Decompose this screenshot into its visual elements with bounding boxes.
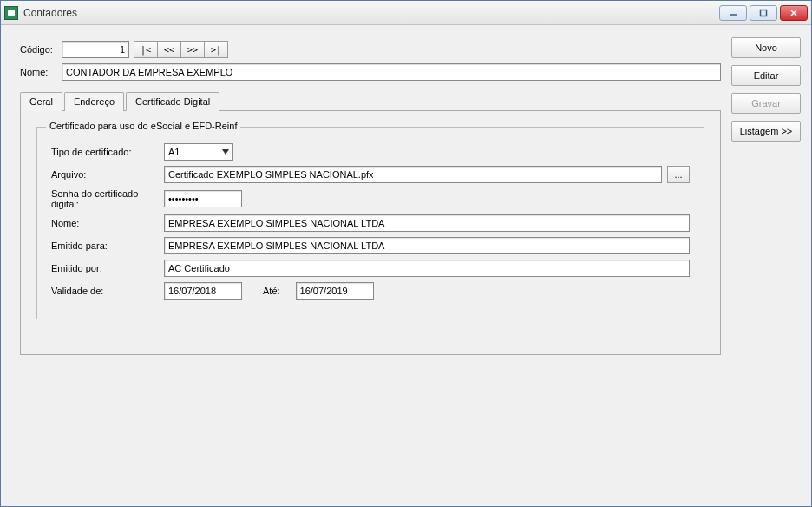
emitido-por-label: Emitido por: xyxy=(51,263,164,273)
nav-prev-button[interactable]: << xyxy=(157,41,181,58)
groupbox-certificado: Certificado para uso do eSocial e EFD-Re… xyxy=(36,127,704,319)
maximize-icon xyxy=(759,9,768,17)
close-button[interactable] xyxy=(780,5,808,21)
novo-button[interactable]: Novo xyxy=(731,37,801,58)
tab-certificado-digital[interactable]: Certificado Digital xyxy=(126,92,219,111)
close-icon xyxy=(789,9,798,17)
arquivo-input[interactable] xyxy=(164,166,662,183)
record-nav: |< << >> >| xyxy=(134,41,228,58)
app-icon xyxy=(4,6,18,20)
maximize-button[interactable] xyxy=(750,5,777,21)
validade-label: Validade de: xyxy=(51,286,164,296)
emitido-por-row: Emitido por: xyxy=(51,260,690,277)
tab-panel-certificado: Certificado para uso do eSocial e EFD-Re… xyxy=(20,111,721,355)
tabs: Geral Endereço Certificado Digital xyxy=(20,91,721,111)
tipo-select[interactable]: A1 xyxy=(164,143,233,161)
codigo-wrap: |< << >> >| xyxy=(62,41,228,58)
titlebar: Contadores xyxy=(1,1,811,25)
nav-first-button[interactable]: |< xyxy=(134,41,158,58)
tipo-value: A1 xyxy=(168,147,180,157)
nome-row: Nome: xyxy=(20,63,721,81)
emitido-por-input[interactable] xyxy=(164,260,690,277)
arquivo-row: Arquivo: ... xyxy=(51,166,690,183)
window-title: Contadores xyxy=(23,7,719,19)
senha-row: Senha do certificado digital: xyxy=(51,188,690,209)
tab-endereco[interactable]: Endereço xyxy=(64,92,124,111)
senha-input[interactable] xyxy=(164,190,242,207)
nav-last-button[interactable]: >| xyxy=(204,41,228,58)
minimize-icon xyxy=(729,9,737,17)
emitido-para-row: Emitido para: xyxy=(51,237,690,254)
editar-button[interactable]: Editar xyxy=(731,65,801,86)
codigo-label: Código: xyxy=(20,44,62,55)
validade-de-input[interactable] xyxy=(164,282,242,300)
window-controls xyxy=(719,5,808,21)
minimize-button[interactable] xyxy=(719,5,747,21)
main-panel: Código: |< << >> >| Nome: Geral Endere xyxy=(20,41,721,496)
browse-button[interactable]: ... xyxy=(667,166,690,183)
cert-nome-input[interactable] xyxy=(164,214,690,232)
ate-label: Até: xyxy=(263,286,280,296)
codigo-input[interactable] xyxy=(62,41,129,58)
chevron-down-icon xyxy=(219,145,231,159)
senha-label: Senha do certificado digital: xyxy=(51,188,164,209)
codigo-row: Código: |< << >> >| xyxy=(20,41,721,58)
nome-label: Nome: xyxy=(20,67,62,77)
cert-nome-label: Nome: xyxy=(51,218,164,228)
tipo-label: Tipo de certificado: xyxy=(51,147,164,157)
side-buttons: Novo Editar Gravar Listagem >> xyxy=(731,37,801,496)
svg-rect-0 xyxy=(761,10,767,16)
tipo-row: Tipo de certificado: A1 xyxy=(51,143,690,161)
emitido-para-label: Emitido para: xyxy=(51,240,164,251)
validade-ate-input[interactable] xyxy=(296,282,374,300)
emitido-para-input[interactable] xyxy=(164,237,690,254)
gravar-button[interactable]: Gravar xyxy=(731,93,801,114)
nome-input[interactable] xyxy=(62,63,721,81)
validade-row: Validade de: Até: xyxy=(51,282,690,300)
tab-geral[interactable]: Geral xyxy=(20,92,62,111)
arquivo-label: Arquivo: xyxy=(51,169,164,180)
listagem-button[interactable]: Listagem >> xyxy=(731,121,801,142)
cert-nome-row: Nome: xyxy=(51,214,690,232)
nav-next-button[interactable]: >> xyxy=(180,41,205,58)
content-area: Código: |< << >> >| Nome: Geral Endere xyxy=(1,25,811,506)
groupbox-legend: Certificado para uso do eSocial e EFD-Re… xyxy=(46,121,240,131)
app-window: Contadores Código: |< << xyxy=(0,0,812,507)
